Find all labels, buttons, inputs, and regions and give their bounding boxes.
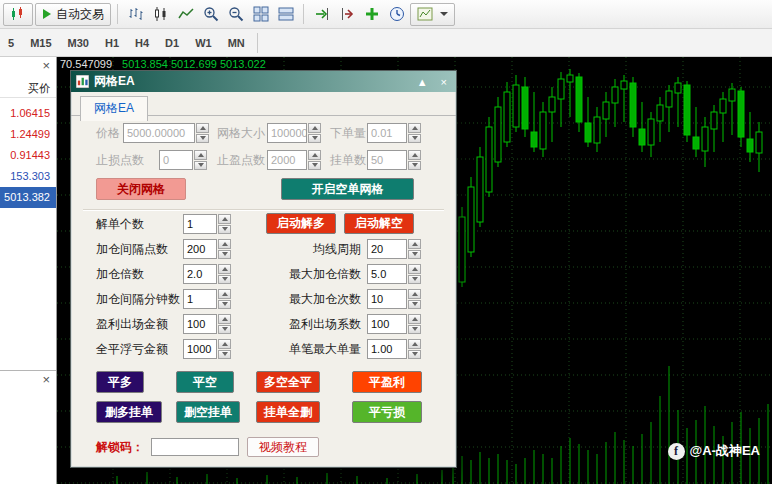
spin-down-button[interactable] (408, 134, 421, 144)
spin-down-button[interactable] (218, 225, 231, 235)
line-chart-button[interactable] (174, 3, 197, 26)
chart-shift-button[interactable] (335, 3, 358, 26)
delete-short-pending-button[interactable]: 删空挂单 (176, 401, 240, 423)
close-grid-button[interactable]: 关闭网格 (96, 178, 186, 200)
spin-up-button[interactable] (408, 150, 421, 160)
lot-size-input[interactable]: 0.01 (367, 123, 407, 143)
add-interval-points-input[interactable]: 200 (183, 239, 217, 259)
take-profit-field[interactable]: 2000 (267, 150, 321, 170)
periods-button[interactable] (385, 3, 408, 26)
tab-grid-ea[interactable]: 网格EA (80, 96, 148, 121)
tile-windows-button[interactable] (249, 3, 272, 26)
start-release-short-button[interactable]: 启动解空 (344, 213, 414, 234)
spin-up-button[interactable] (408, 239, 421, 249)
ma-period-input[interactable]: 20 (367, 239, 407, 259)
pending-count-input[interactable]: 50 (367, 150, 407, 170)
market-watch-row[interactable]: 1.24499 (0, 124, 56, 145)
delete-long-pending-button[interactable]: 删多挂单 (96, 401, 162, 423)
spin-up-button[interactable] (408, 264, 421, 274)
spin-down-button[interactable] (408, 325, 421, 335)
lot-size-field[interactable]: 0.01 (367, 123, 421, 143)
spin-down-button[interactable] (408, 250, 421, 260)
timeframe-w1[interactable]: W1 (188, 33, 219, 53)
spin-down-button[interactable] (408, 275, 421, 285)
market-watch-row[interactable]: 153.303 (0, 166, 56, 187)
max-add-count-field[interactable]: 10 (367, 289, 421, 309)
close-short-button[interactable]: 平空 (176, 371, 234, 393)
spin-up-button[interactable] (194, 150, 207, 160)
timeframe-m15[interactable]: M15 (23, 33, 58, 53)
spin-down-button[interactable] (308, 161, 321, 171)
profit-exit-amount-input[interactable]: 100 (183, 314, 217, 334)
video-tutorial-button[interactable]: 视频教程 (247, 437, 319, 457)
price-input[interactable]: 5000.00000 (123, 123, 195, 143)
close-loss-button[interactable]: 平亏损 (352, 401, 422, 423)
delete-all-pending-button[interactable]: 挂单全删 (256, 401, 320, 423)
release-count-input[interactable]: 1 (183, 214, 217, 234)
pending-count-field[interactable]: 50 (367, 150, 421, 170)
grid-size-input[interactable]: 100000 (267, 123, 307, 143)
add-interval-minutes-input[interactable]: 1 (183, 289, 217, 309)
timeframe-m30[interactable]: M30 (61, 33, 96, 53)
spin-down-button[interactable] (408, 350, 421, 360)
release-count-field[interactable]: 1 (183, 214, 231, 234)
spin-down-button[interactable] (196, 134, 209, 144)
spin-up-button[interactable] (308, 123, 321, 133)
candlestick-chart-button[interactable] (149, 3, 172, 26)
timeframe-mn[interactable]: MN (221, 33, 252, 53)
add-multiplier-input[interactable]: 2.0 (183, 264, 217, 284)
spin-up-button[interactable] (218, 214, 231, 224)
navigator-close-icon[interactable]: × (42, 373, 50, 387)
profit-exit-factor-field[interactable]: 100 (367, 314, 421, 334)
timeframe-m5[interactable]: 5 (1, 33, 21, 53)
close-all-loss-amount-input[interactable]: 1000 (183, 339, 217, 359)
bars-chart-button[interactable] (124, 3, 147, 26)
new-order-button[interactable] (360, 3, 383, 26)
price-field[interactable]: 5000.00000 (123, 123, 209, 143)
ma-period-field[interactable]: 20 (367, 239, 421, 259)
max-add-multiplier-input[interactable]: 5.0 (367, 264, 407, 284)
profit-exit-factor-input[interactable]: 100 (367, 314, 407, 334)
zoom-out-button[interactable] (224, 3, 247, 26)
timeframe-h4[interactable]: H4 (128, 33, 156, 53)
stop-loss-field[interactable]: 0 (159, 150, 207, 170)
max-add-multiplier-field[interactable]: 5.0 (367, 264, 421, 284)
take-profit-input[interactable]: 2000 (267, 150, 307, 170)
unlock-code-input[interactable] (151, 438, 239, 456)
spin-up-button[interactable] (308, 150, 321, 160)
chart-type-button[interactable] (3, 3, 33, 26)
spin-down-button[interactable] (408, 300, 421, 310)
timeframe-d1[interactable]: D1 (158, 33, 186, 53)
spin-up-button[interactable] (408, 339, 421, 349)
close-icon[interactable]: × (437, 75, 451, 89)
stop-loss-input[interactable]: 0 (159, 150, 193, 170)
spin-up-button[interactable] (196, 123, 209, 133)
spin-up-button[interactable] (408, 289, 421, 299)
auto-trading-button[interactable]: 自动交易 (35, 3, 111, 26)
market-watch-row[interactable]: 0.91443 (0, 145, 56, 166)
max-single-lot-field[interactable]: 1.00 (367, 339, 421, 359)
spin-up-button[interactable] (408, 123, 421, 133)
spin-down-button[interactable] (308, 134, 321, 144)
auto-scroll-button[interactable] (310, 3, 333, 26)
start-release-long-button[interactable]: 启动解多 (266, 213, 336, 234)
spin-down-button[interactable] (408, 161, 421, 171)
arrange-rows-button[interactable] (274, 3, 297, 26)
grid-size-field[interactable]: 100000 (267, 123, 321, 143)
market-watch-row[interactable]: 1.06415 (0, 103, 56, 124)
templates-button[interactable] (410, 3, 455, 26)
market-watch-row-selected[interactable]: 5013.382 (0, 187, 56, 208)
spin-up-button[interactable] (408, 314, 421, 324)
zoom-in-button[interactable] (199, 3, 222, 26)
collapse-icon[interactable]: ▲ (413, 75, 432, 89)
open-short-grid-button[interactable]: 开启空单网格 (281, 178, 414, 200)
market-watch-close-icon[interactable]: × (42, 59, 50, 73)
close-profit-button[interactable]: 平盈利 (352, 371, 422, 393)
timeframe-h1[interactable]: H1 (98, 33, 126, 53)
spin-down-button[interactable] (194, 161, 207, 171)
max-add-count-input[interactable]: 10 (367, 289, 407, 309)
max-single-lot-input[interactable]: 1.00 (367, 339, 407, 359)
close-all-button[interactable]: 多空全平 (256, 371, 320, 393)
close-long-button[interactable]: 平多 (96, 371, 144, 393)
dialog-title-bar[interactable]: 网格EA ▲ × (71, 71, 456, 92)
